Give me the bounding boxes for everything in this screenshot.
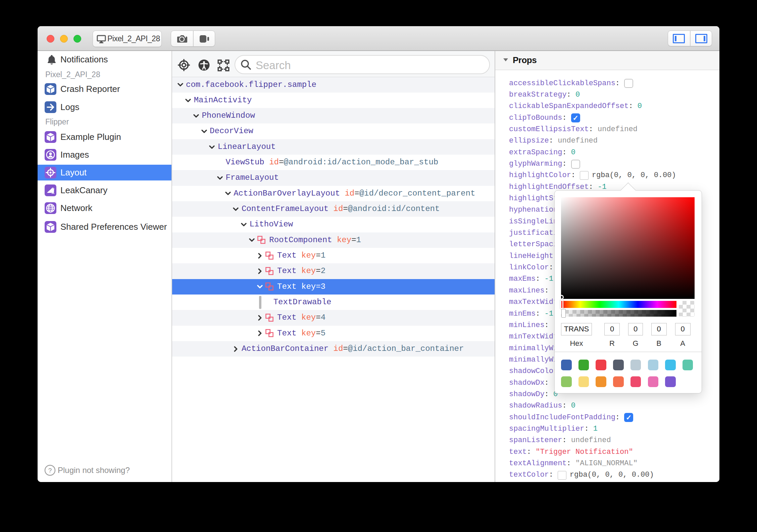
svg-text:?: ? <box>48 467 52 474</box>
